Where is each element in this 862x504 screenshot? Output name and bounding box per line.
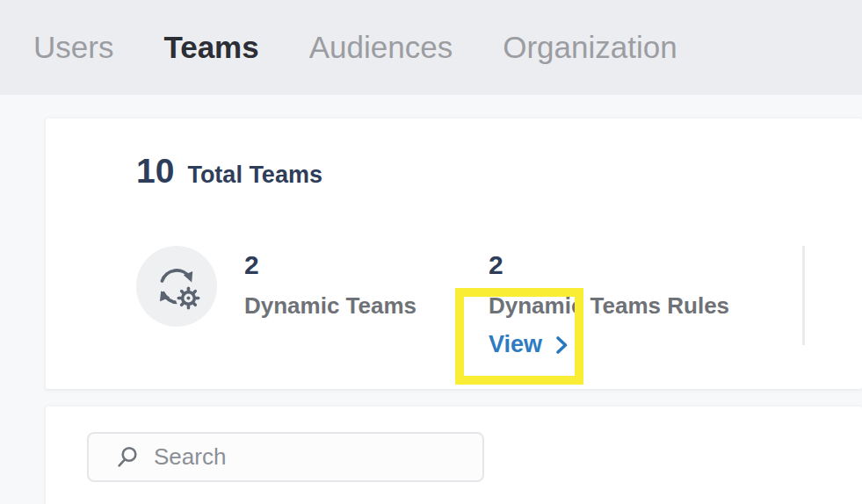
dynamic-teams-rules-count: 2 — [489, 250, 729, 279]
dynamic-teams-label: Dynamic Teams — [244, 292, 417, 320]
view-link-label: View — [489, 331, 542, 358]
stat-column-divider — [802, 246, 805, 345]
screen: Users Teams Audiences Organization 10 To… — [0, 0, 862, 504]
view-dynamic-teams-rules-link[interactable]: View — [489, 331, 569, 358]
tab-organization[interactable]: Organization — [503, 30, 677, 65]
dynamic-teams-count: 2 — [244, 250, 417, 279]
tab-bar: Users Teams Audiences Organization — [0, 0, 862, 95]
teams-summary-card: 10 Total Teams — [46, 119, 862, 389]
total-teams-count: 10 — [136, 152, 174, 191]
sync-gear-icon — [136, 246, 217, 327]
search-input[interactable] — [154, 443, 482, 471]
tab-users[interactable]: Users — [33, 30, 113, 65]
search-box — [87, 432, 484, 482]
dynamic-teams-rules-label: Dynamic Teams Rules — [489, 292, 729, 320]
search-icon — [115, 445, 140, 470]
chevron-right-icon — [555, 335, 569, 356]
tab-teams[interactable]: Teams — [163, 30, 258, 65]
dynamic-teams-stat: 2 Dynamic Teams — [244, 250, 417, 320]
teams-list-card — [46, 407, 862, 504]
tab-audiences[interactable]: Audiences — [309, 30, 453, 65]
total-teams-headline: 10 Total Teams — [136, 152, 322, 191]
dynamic-teams-rules-stat: 2 Dynamic Teams Rules View — [489, 250, 729, 358]
total-teams-label: Total Teams — [187, 162, 322, 189]
